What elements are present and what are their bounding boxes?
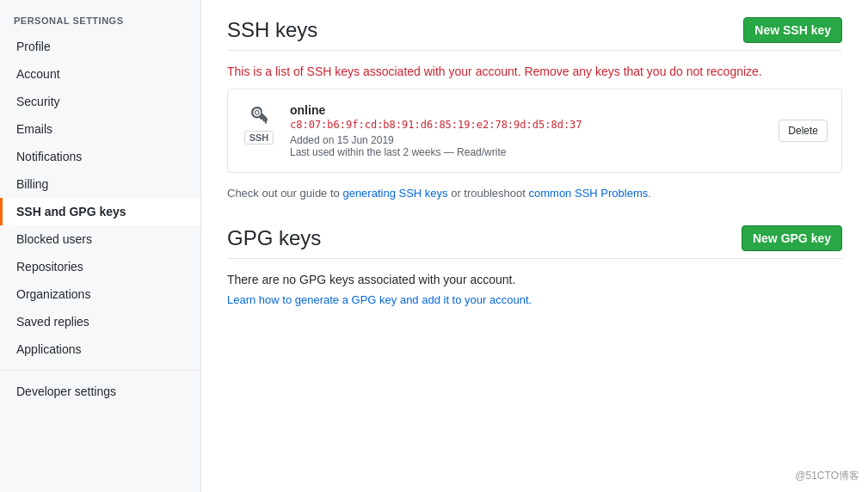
sidebar-divider xyxy=(0,370,200,371)
ssh-guide-text: Check out our guide to generating SSH ke… xyxy=(227,187,842,200)
ssh-key-added: Added on 15 Jun 2019 xyxy=(290,134,779,146)
sidebar-item-developer-settings[interactable]: Developer settings xyxy=(0,378,200,405)
ssh-info-text: This is a list of SSH keys associated wi… xyxy=(227,65,842,78)
sidebar-item-ssh-gpg[interactable]: SSH and GPG keys xyxy=(0,198,200,225)
delete-ssh-key-button[interactable]: Delete xyxy=(779,120,828,142)
ssh-key-fingerprint: c8:07:b6:9f:cd:b8:91:d6:85:19:e2:78:9d:d… xyxy=(290,119,779,131)
sidebar-item-applications[interactable]: Applications xyxy=(0,335,200,363)
gpg-section-header: GPG keys New GPG key xyxy=(227,225,842,259)
sidebar-header: Personal settings xyxy=(0,9,200,33)
ssh-section-title: SSH keys xyxy=(227,18,317,42)
sidebar-item-billing[interactable]: Billing xyxy=(0,170,200,198)
guide-post: . xyxy=(648,187,651,200)
sidebar-item-profile[interactable]: Profile xyxy=(0,33,200,60)
sidebar-item-notifications[interactable]: Notifications xyxy=(0,143,200,170)
sidebar-item-saved-replies[interactable]: Saved replies xyxy=(0,308,200,335)
guide-pre: Check out our guide to xyxy=(227,187,342,200)
gpg-section-title: GPG keys xyxy=(227,226,321,250)
guide-mid: or troubleshoot xyxy=(448,187,529,200)
key-icon xyxy=(249,107,269,127)
watermark: @51CTO博客 xyxy=(795,469,859,483)
sidebar: Personal settings Profile Account Securi… xyxy=(0,0,201,492)
ssh-key-icon-area: SSH xyxy=(242,103,276,146)
sidebar-item-security[interactable]: Security xyxy=(0,88,200,115)
sidebar-item-organizations[interactable]: Organizations xyxy=(0,280,200,308)
gpg-learn-link[interactable]: Learn how to generate a GPG key and add … xyxy=(227,293,532,306)
ssh-badge: SSH xyxy=(244,131,274,145)
sidebar-item-account[interactable]: Account xyxy=(0,60,200,88)
ssh-key-info: online c8:07:b6:9f:cd:b8:91:d6:85:19:e2:… xyxy=(290,103,779,158)
sidebar-item-blocked-users[interactable]: Blocked users xyxy=(0,225,200,253)
gpg-no-keys-text: There are no GPG keys associated with yo… xyxy=(227,273,842,286)
main-content: SSH keys New SSH key This is a list of S… xyxy=(201,0,868,492)
sidebar-item-emails[interactable]: Emails xyxy=(0,115,200,143)
generating-ssh-keys-link[interactable]: generating SSH keys xyxy=(342,187,447,200)
sidebar-item-repositories[interactable]: Repositories xyxy=(0,253,200,280)
new-gpg-key-button[interactable]: New GPG key xyxy=(742,225,842,251)
common-ssh-problems-link[interactable]: common SSH Problems xyxy=(529,187,649,200)
ssh-key-name: online xyxy=(290,103,779,117)
ssh-key-card: SSH online c8:07:b6:9f:cd:b8:91:d6:85:19… xyxy=(227,89,842,173)
ssh-key-last-used: Last used within the last 2 weeks — Read… xyxy=(290,146,779,158)
new-ssh-key-button[interactable]: New SSH key xyxy=(743,17,842,43)
gpg-learn-text: Learn how to generate a GPG key and add … xyxy=(227,293,842,306)
ssh-section-header: SSH keys New SSH key xyxy=(227,17,842,51)
